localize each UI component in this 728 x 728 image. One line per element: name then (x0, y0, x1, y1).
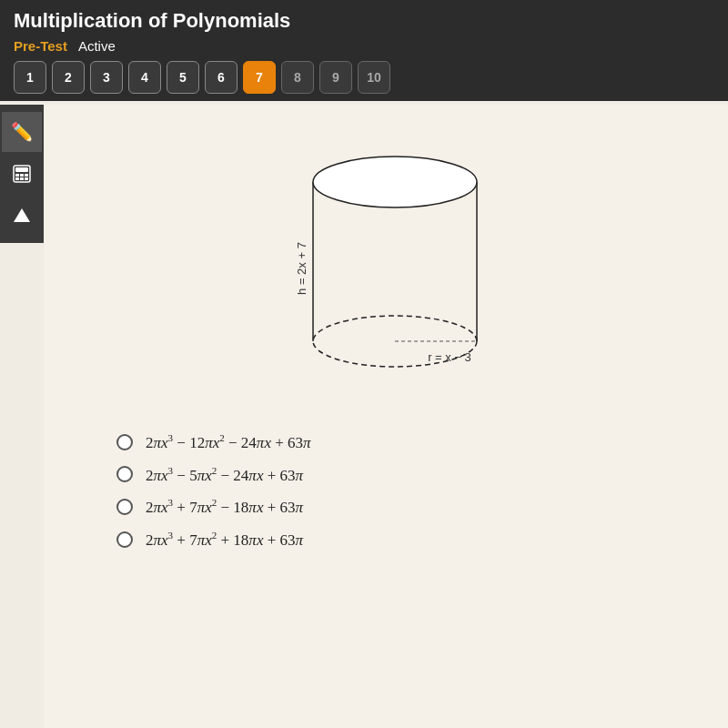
svg-rect-4 (25, 174, 28, 177)
answer-text-3: 2πx3 + 7πx2 − 18πx + 63π (146, 497, 303, 517)
answer-text-2: 2πx3 − 5πx2 − 24πx + 63π (146, 465, 303, 485)
answer-text-4: 2πx3 + 7πx2 + 18πx + 63π (146, 530, 303, 550)
question-btn-3[interactable]: 3 (90, 61, 123, 94)
main-content: h = 2x + 7 r = x − 3 2πx3 − 12πx2 − 24πx… (44, 105, 728, 728)
answer-item-1: 2πx3 − 12πx2 − 24πx + 63π (116, 432, 692, 452)
question-btn-5[interactable]: 5 (167, 61, 199, 94)
radio-button-2[interactable] (116, 466, 133, 482)
question-btn-7[interactable]: 7 (243, 61, 276, 94)
question-btn-6[interactable]: 6 (205, 61, 238, 94)
question-btn-4[interactable]: 4 (128, 61, 161, 94)
question-btn-9: 9 (319, 61, 352, 94)
radius-label: r = x − 3 (428, 350, 471, 364)
question-btn-1[interactable]: 1 (14, 61, 46, 94)
svg-marker-8 (14, 208, 30, 222)
cylinder-diagram-area: h = 2x + 7 r = x − 3 (98, 132, 692, 405)
radio-button-4[interactable] (116, 531, 133, 548)
svg-rect-7 (25, 177, 28, 180)
svg-rect-6 (20, 177, 24, 180)
page-title: Multiplication of Polynomials (14, 9, 290, 33)
answer-item-3: 2πx3 + 7πx2 − 18πx + 63π (116, 497, 692, 517)
up-arrow-tool-button[interactable] (2, 196, 42, 236)
question-btn-2[interactable]: 2 (52, 61, 85, 94)
answer-choices: 2πx3 − 12πx2 − 24πx + 63π 2πx3 − 5πx2 − … (98, 432, 692, 550)
answer-text-1: 2πx3 − 12πx2 − 24πx + 63π (146, 432, 311, 452)
pencil-tool-button[interactable]: ✏️ (2, 112, 42, 152)
question-btn-8: 8 (281, 61, 314, 94)
question-number-row: 12345678910 (14, 61, 714, 101)
pretest-label: Pre-Test (14, 38, 67, 54)
cylinder-svg: h = 2x + 7 r = x − 3 (240, 132, 550, 405)
radio-button-1[interactable] (116, 434, 133, 450)
answer-item-2: 2πx3 − 5πx2 − 24πx + 63π (116, 465, 692, 485)
calculator-tool-button[interactable] (2, 154, 42, 194)
svg-point-11 (313, 157, 477, 207)
svg-rect-3 (20, 174, 24, 177)
question-btn-10: 10 (358, 61, 390, 94)
sidebar: ✏️ (0, 105, 44, 243)
svg-rect-5 (15, 177, 19, 180)
active-label: Active (78, 38, 116, 54)
height-label: h = 2x + 7 (295, 242, 308, 295)
svg-rect-2 (15, 174, 19, 177)
svg-rect-1 (15, 167, 28, 172)
radio-button-3[interactable] (116, 499, 133, 515)
top-bar: Multiplication of Polynomials Pre-Test A… (0, 0, 728, 101)
answer-item-4: 2πx3 + 7πx2 + 18πx + 63π (116, 530, 692, 550)
